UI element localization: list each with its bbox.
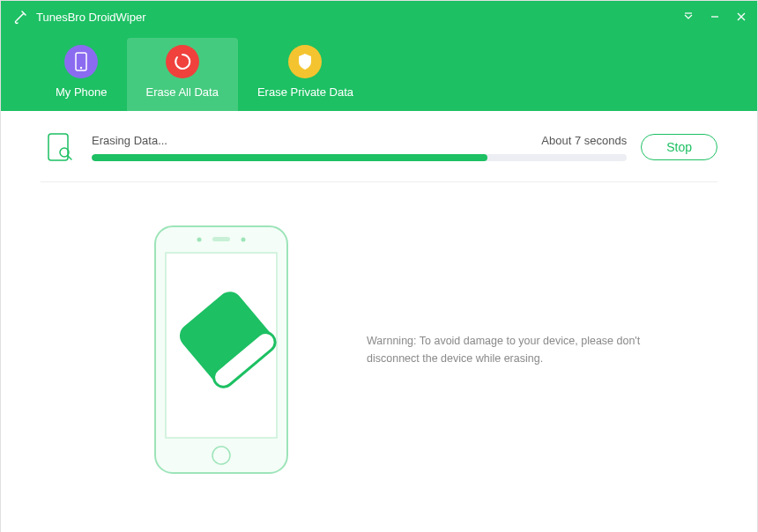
window-controls [683, 11, 747, 22]
tabs: My Phone Erase All Data Erase Private Da… [1, 33, 757, 111]
content: Erasing Data... About 7 seconds Stop [1, 111, 757, 532]
shield-icon [288, 45, 322, 78]
close-icon[interactable] [736, 11, 747, 22]
erase-all-icon [166, 45, 199, 78]
warning-text: Warnning: To avoid damage to your device… [367, 332, 647, 367]
progress-eta: About 7 seconds [541, 134, 627, 147]
tab-erase-private-data[interactable]: Erase Private Data [238, 38, 373, 111]
progress-row: Erasing Data... About 7 seconds Stop [41, 129, 717, 182]
tab-label: Erase All Data [146, 85, 219, 99]
progress-bar [92, 154, 627, 161]
svg-point-4 [80, 67, 82, 69]
tab-erase-all-data[interactable]: Erase All Data [127, 38, 238, 111]
progress-labels: Erasing Data... About 7 seconds [92, 134, 627, 147]
minimize-icon[interactable] [710, 11, 720, 22]
svg-point-12 [242, 238, 246, 242]
progress-status: Erasing Data... [92, 134, 167, 147]
tab-label: Erase Private Data [257, 85, 353, 99]
svg-point-10 [197, 238, 202, 242]
device-search-icon [41, 129, 78, 166]
stop-button[interactable]: Stop [641, 134, 717, 160]
svg-rect-11 [212, 237, 230, 241]
tab-my-phone[interactable]: My Phone [36, 38, 127, 111]
main-area: Warnning: To avoid damage to your device… [41, 182, 717, 517]
header: TunesBro DroidWiper My Phone [1, 1, 757, 111]
progress-fill [92, 154, 487, 161]
phone-icon [64, 45, 98, 78]
dropdown-icon[interactable] [683, 11, 694, 22]
progress-area: Erasing Data... About 7 seconds [92, 134, 627, 161]
phone-eraser-illustration [146, 218, 296, 482]
app-window: TunesBro DroidWiper My Phone [0, 0, 758, 532]
titlebar: TunesBro DroidWiper [1, 1, 757, 33]
tab-label: My Phone [56, 85, 108, 99]
app-logo-icon [11, 8, 29, 26]
app-title: TunesBro DroidWiper [36, 11, 683, 24]
